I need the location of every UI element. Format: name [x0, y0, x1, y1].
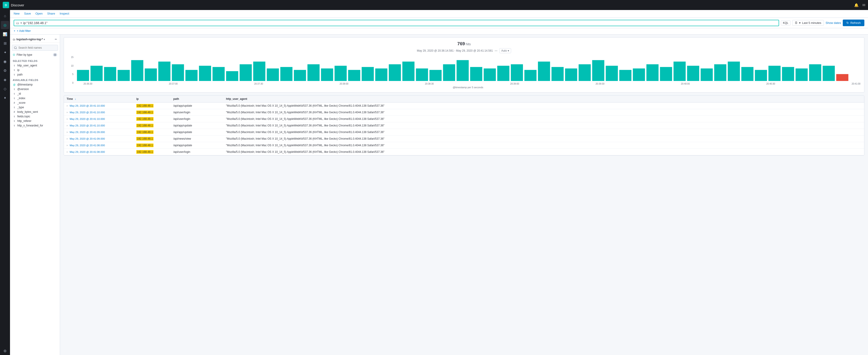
sidebar-graph-icon[interactable]: ◈	[1, 75, 9, 84]
notifications-icon[interactable]: 🔔	[854, 3, 859, 7]
svg-rect-7	[172, 64, 184, 81]
svg-rect-6	[158, 62, 170, 81]
index-pattern-selector[interactable]: 🗂 logstash-nginx-log-* ▾ ✏	[10, 36, 60, 42]
field-item-http_x_forwarded_for[interactable]: t http_x_forwarded_for	[10, 123, 60, 128]
index-dropdown-arrow: ▾	[44, 38, 45, 41]
sidebar-apm-icon[interactable]: ◇	[1, 85, 9, 93]
hits-count: 769	[458, 41, 465, 46]
svg-rect-48	[727, 62, 740, 81]
field-item-http_referer[interactable]: t http_referer	[10, 119, 60, 123]
expand-row-button[interactable]: ›	[67, 131, 67, 134]
expand-row-button[interactable]: ›	[67, 111, 67, 114]
field-item-version[interactable]: t @version	[10, 87, 60, 91]
svg-rect-22	[375, 68, 388, 81]
cell-ip: 192.168.48.1	[133, 129, 170, 135]
histogram-range: May 29, 2020 @ 20:36:14.581 - May 29, 20…	[67, 48, 861, 53]
sidebar-uptime-icon[interactable]: ♦	[1, 94, 9, 102]
date-range-text: May 29, 2020 @ 20:36:14.581 - May 29, 20…	[417, 49, 493, 52]
time-selector[interactable]: 🗓 ▾ Last 5 minutes	[792, 20, 824, 26]
add-filter-link[interactable]: + + Add filter	[14, 29, 864, 33]
field-item-timestamp[interactable]: @ @timestamp	[10, 82, 60, 87]
cell-agent: "Mozilla/5.0 (Macintosh; Intel Mac OS X …	[223, 103, 864, 109]
sidebar-maps-icon[interactable]: ◉	[1, 57, 9, 65]
expand-row-button[interactable]: ›	[67, 117, 67, 121]
content-area: 🗂 logstash-nginx-log-* ▾ ✏ ⊙ Filter by t…	[10, 35, 868, 355]
col-ip[interactable]: ip	[133, 96, 170, 103]
svg-rect-55	[823, 66, 835, 81]
sidebar-discover-icon[interactable]: ◎	[1, 21, 9, 29]
col-path[interactable]: path	[170, 96, 223, 103]
cell-time: › May 29, 2020 @ 20:41:08.000	[64, 142, 133, 149]
time-range-label: Last 5 minutes	[802, 21, 822, 25]
x-label-6: 20:39:00	[510, 83, 519, 85]
sidebar-canvas-icon[interactable]: ✦	[1, 48, 9, 56]
sidebar-ml-icon[interactable]: ⚙	[1, 66, 9, 74]
svg-rect-50	[755, 70, 767, 81]
nav-open[interactable]: Save	[24, 12, 31, 18]
svg-rect-41	[633, 68, 645, 81]
top-bar-icons: 🔔 ✉	[854, 3, 865, 7]
field-item-score[interactable]: # _score	[10, 100, 60, 105]
field-item-body_bytes_sent[interactable]: # body_bytes_sent	[10, 109, 60, 114]
field-name: ip	[17, 68, 19, 72]
expand-row-button[interactable]: ›	[67, 104, 67, 107]
field-name: @version	[17, 88, 29, 91]
cell-agent: "Mozilla/5.0 (Macintosh; Intel Mac OS X …	[223, 142, 864, 149]
svg-rect-31	[497, 66, 509, 81]
ip-value: 192.168.48.1	[136, 137, 154, 140]
field-type-icon: t	[13, 115, 16, 118]
sidebar-dashboard-icon[interactable]: ⊞	[1, 39, 9, 47]
search-fields-input[interactable]	[12, 45, 58, 51]
x-label-3: 20:37:30	[254, 83, 263, 85]
field-item-fields-topic[interactable]: t fields.topic	[10, 114, 60, 119]
nav-save[interactable]: Open	[35, 12, 43, 18]
x-label-5: 20:38:30	[425, 83, 434, 85]
cell-time: › May 29, 2020 @ 20:41:08.000	[64, 149, 133, 155]
svg-rect-34	[538, 62, 550, 81]
nav-new[interactable]: New	[14, 12, 20, 18]
expand-row-button[interactable]: ›	[67, 144, 67, 147]
sidebar-home-icon[interactable]: ⌂	[1, 12, 9, 20]
query-dropdown-arrow[interactable]: ▾	[21, 21, 22, 25]
refresh-icon: ↻	[846, 21, 849, 25]
expand-row-button[interactable]: ›	[67, 150, 67, 154]
y-label-5: 5	[72, 73, 73, 75]
field-name: body_bytes_sent	[17, 110, 38, 114]
field-item-index[interactable]: t _index	[10, 96, 60, 100]
field-item-type[interactable]: t _type	[10, 105, 60, 109]
cell-path: /api/app/update	[170, 122, 223, 129]
cell-path: /api/app/update	[170, 103, 223, 109]
nav-share[interactable]: Share	[47, 12, 55, 18]
svg-rect-25	[416, 68, 428, 81]
sidebar-visualize-icon[interactable]: 📊	[1, 30, 9, 38]
field-type-icon: #	[13, 110, 16, 114]
cell-ip: 192.168.48.1	[133, 109, 170, 116]
field-item-http_user_agent[interactable]: t http_user_agent	[10, 63, 60, 68]
auto-interval-select[interactable]: Auto ▾	[499, 48, 512, 53]
expand-row-button[interactable]: ›	[67, 124, 67, 127]
search-input[interactable]	[23, 21, 777, 25]
x-label-1: 20:36:30	[84, 83, 92, 85]
calendar-icon: 🗓	[795, 21, 798, 25]
user-icon[interactable]: ✉	[862, 3, 865, 7]
cell-agent: "Mozilla/5.0 (Macintosh; Intel Mac OS X …	[223, 149, 864, 155]
plus-icon: +	[14, 29, 16, 33]
cell-time: › May 29, 2020 @ 20:41:10.000	[64, 109, 133, 116]
nav-inspect[interactable]: Inspect	[60, 12, 69, 18]
field-item-ip[interactable]: t ip	[10, 68, 60, 72]
svg-rect-16	[294, 70, 306, 81]
histogram-svg	[75, 56, 861, 81]
expand-row-button[interactable]: ›	[67, 137, 67, 140]
show-dates-link[interactable]: Show dates	[826, 21, 841, 25]
col-agent[interactable]: http_user_agent	[223, 96, 864, 103]
filter-by-type[interactable]: ⊙ Filter by type 0	[10, 52, 60, 58]
index-edit-icon[interactable]: ✏	[55, 38, 57, 41]
field-item-path[interactable]: t path	[10, 72, 60, 77]
x-label-8: 20:40:00	[681, 83, 690, 85]
col-time[interactable]: Time ↓	[64, 96, 133, 103]
sidebar-settings-icon[interactable]: ⚙	[1, 347, 9, 355]
field-item-id[interactable]: t _id	[10, 91, 60, 96]
svg-rect-45	[687, 66, 699, 81]
refresh-button[interactable]: ↻ Refresh	[843, 20, 864, 26]
kql-button[interactable]: KQL	[781, 21, 790, 26]
